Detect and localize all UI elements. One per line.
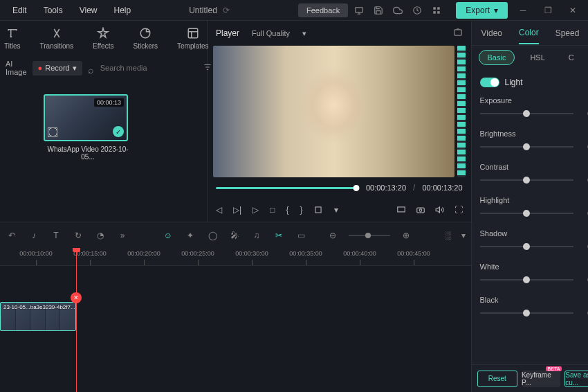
save-icon[interactable] [370,2,387,19]
slider-value[interactable]: 0.00 [580,309,588,317]
caption-icon[interactable]: ▭ [295,231,307,240]
cut-icon[interactable]: ✂ [273,231,285,240]
playhead-knob[interactable]: ✕ [71,292,82,303]
next-frame-button[interactable]: ▷| [233,205,241,215]
menubar: Edit Tools View Help Untitled ⟳ Feedback… [0,0,588,21]
minimize-button[interactable]: ─ [513,2,533,19]
stop-button[interactable]: □ [270,205,275,215]
zoom-in-button[interactable]: ⊕ [400,231,412,240]
sparkle-icon[interactable]: ✦ [184,231,196,240]
quality-label: Full Quality [252,29,290,37]
mark-in-button[interactable]: { [286,205,288,215]
export-button[interactable]: Export ▾ [456,2,508,19]
slider-value[interactable]: 0.00 [580,209,588,217]
speech-bubble-icon[interactable]: ◔ [94,231,107,240]
chevron-down-icon[interactable]: ▾ [334,205,338,215]
slider-track[interactable] [480,179,573,181]
cloud-icon[interactable] [389,2,406,19]
video-preview[interactable] [213,46,454,177]
tab-stickers[interactable]: Stickers [133,27,158,50]
smiley-icon[interactable]: ☺ [162,231,174,240]
play-button[interactable]: ▷ [252,205,259,215]
crop-icon[interactable] [313,205,323,215]
grid-icon[interactable] [428,2,445,19]
timecode-current: 00:00:13:20 [366,184,406,192]
light-toggle[interactable] [480,78,499,87]
slider-value[interactable]: 0.00 [580,143,588,151]
zoom-slider[interactable] [349,235,390,236]
mark-out-button[interactable]: } [300,205,302,215]
slider-track[interactable] [480,146,573,148]
text-icon[interactable]: T [50,231,62,240]
slider-value[interactable]: 0.00 [580,276,588,284]
record-label: Record [45,64,69,72]
refresh-icon[interactable]: ⟳ [223,6,230,15]
reset-button[interactable]: Reset [477,371,517,387]
save-custom-button[interactable]: Save as cu... [564,371,588,387]
volume-icon[interactable] [435,205,445,215]
slider-value[interactable]: 0.00 [580,176,588,184]
shield-icon[interactable]: ◯ [206,231,219,240]
snapshot-icon[interactable] [453,28,463,39]
slider-track[interactable] [480,312,573,314]
subtab-c[interactable]: C [560,51,582,64]
clip-expand-icon[interactable]: ⛶ [48,127,57,137]
undo-icon[interactable]: ↶ [6,231,18,240]
fullscreen-icon[interactable]: ⛶ [454,205,463,215]
slider-value[interactable]: 0.00 [580,242,588,251]
tab-effects[interactable]: Effects [93,27,113,50]
timeline-ruler[interactable]: 00:00:10:00 00:00:15:00 00:00:20:00 00:0… [0,248,471,266]
tab-templates[interactable]: Templates [177,27,209,50]
tab-speed[interactable]: Speed [555,23,580,44]
feedback-button[interactable]: Feedback [298,3,348,17]
slider-track[interactable] [480,279,573,280]
export-label: Export [466,6,490,15]
history-icon[interactable]: ↻ [72,231,84,240]
keyframe-path-button[interactable]: Keyframe P... BETA [522,371,560,387]
ai-image-button[interactable]: AI Image [6,60,27,76]
equalizer-icon[interactable]: ♫ [250,231,263,240]
library-tabs: Titles Transitions Effects Stickers Temp… [0,21,207,55]
menu-help[interactable]: Help [107,3,138,18]
menu-edit[interactable]: Edit [6,3,34,18]
subtab-hsl[interactable]: HSL [522,51,553,64]
slider-value[interactable]: 0.00 [580,109,588,118]
media-clip[interactable]: 00:00:13 ⛶ ✓ WhatsApp Video 2023-10-05..… [44,94,132,208]
menu-view[interactable]: View [73,3,104,18]
playhead[interactable]: ✕ [76,248,77,392]
music-note-icon[interactable]: ♪ [28,231,40,240]
menu-tools[interactable]: Tools [37,3,70,18]
beta-badge: BETA [546,366,562,371]
timeline[interactable]: 00:00:10:00 00:00:15:00 00:00:20:00 00:0… [0,248,471,392]
record-button[interactable]: ● Record ▾ [33,61,82,75]
slider-track[interactable] [480,113,573,114]
zoom-out-button[interactable]: ⊖ [327,231,339,240]
tab-transitions[interactable]: Transitions [40,27,74,50]
library-search-row: AI Image ● Record ▾ ⋯ [0,55,207,80]
expand-icon[interactable]: » [116,231,129,240]
slider-label: Highlight [480,196,510,204]
mic-icon[interactable]: 🎤︎ [228,231,241,240]
timeline-view-icon[interactable]: ░ [445,231,452,240]
tab-video[interactable]: Video [481,23,502,44]
chevron-down-icon[interactable]: ▾ [461,231,466,240]
filmstrip-scrollbar[interactable] [457,46,466,177]
slider-track[interactable] [480,246,573,247]
headset-icon[interactable] [409,2,425,19]
seek-bar[interactable] [216,187,359,189]
timeline-clip[interactable]: 23-10-05...ba3e3239-4b2f7... [0,302,76,331]
slider-track[interactable] [480,213,573,214]
prev-frame-button[interactable]: ◁ [216,205,222,215]
quality-dropdown[interactable]: Full Quality ▾ [252,29,306,38]
subtab-basic[interactable]: Basic [479,50,515,65]
seek-bar-row: 00:00:13:20 / 00:00:13:20 [208,177,471,198]
search-input[interactable] [88,64,196,72]
display-icon[interactable] [396,205,406,215]
maximize-button[interactable]: ❐ [538,2,558,19]
svg-rect-3 [437,7,440,10]
camera-icon[interactable] [416,205,425,215]
tab-color[interactable]: Color [519,22,539,44]
screen-icon[interactable] [351,2,367,19]
close-button[interactable]: ✕ [563,2,582,19]
tab-titles[interactable]: Titles [4,27,21,50]
